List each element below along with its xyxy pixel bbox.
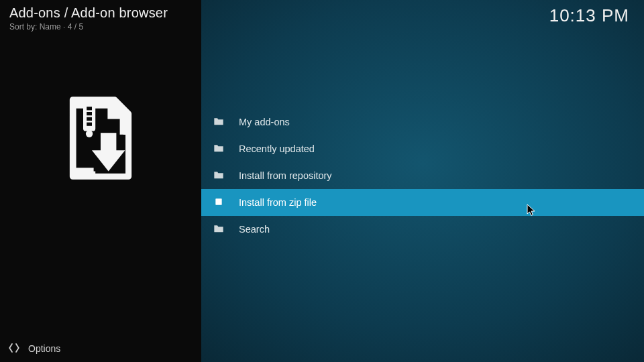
svg-rect-6 — [101, 133, 116, 152]
sort-line: Sort by: Name · 4 / 5 — [9, 22, 192, 32]
options-icon — [8, 342, 20, 356]
sort-separator: · — [63, 22, 68, 32]
menu-item-label: Install from zip file — [239, 197, 317, 208]
svg-rect-2 — [87, 112, 92, 115]
folder-icon — [213, 224, 224, 235]
menu-item-label: Search — [239, 224, 270, 235]
menu-item-label: My add-ons — [239, 117, 290, 127]
menu-item-search[interactable]: Search — [201, 216, 644, 243]
category-artwork — [0, 34, 201, 335]
svg-point-5 — [86, 130, 93, 137]
menu-item-install-from-repository[interactable]: Install from repository — [201, 162, 644, 189]
menu-item-install-from-zip-file[interactable]: Install from zip file — [201, 189, 644, 216]
breadcrumb: Add-ons / Add-on browser — [9, 5, 192, 21]
sort-label: Sort by: — [9, 22, 37, 32]
zip-download-icon — [57, 95, 144, 184]
folder-icon — [213, 143, 224, 155]
sidebar-header: Add-ons / Add-on browser Sort by: Name ·… — [0, 0, 201, 34]
menu-list: My add-ons Recently updated Install from… — [201, 109, 644, 243]
sort-value: Name — [40, 22, 61, 32]
folder-icon — [213, 170, 224, 182]
folder-icon — [213, 117, 224, 128]
menu-item-recently-updated[interactable]: Recently updated — [201, 135, 644, 162]
sidebar-footer-options[interactable]: Options — [0, 335, 201, 362]
svg-rect-4 — [87, 123, 92, 126]
menu-item-my-addons[interactable]: My add-ons — [201, 109, 644, 135]
svg-rect-3 — [87, 117, 92, 121]
list-position: 4 / 5 — [68, 22, 83, 32]
clock: 10:13 PM — [549, 5, 629, 26]
menu-item-label: Install from repository — [239, 170, 332, 181]
svg-rect-1 — [87, 107, 92, 110]
main-panel: 10:13 PM My add-ons Recently updated Ins… — [201, 0, 644, 362]
svg-rect-7 — [215, 198, 221, 204]
options-label: Options — [28, 343, 60, 354]
sidebar: Add-ons / Add-on browser Sort by: Name ·… — [0, 0, 201, 362]
menu-item-label: Recently updated — [239, 143, 315, 154]
file-icon — [213, 197, 224, 208]
